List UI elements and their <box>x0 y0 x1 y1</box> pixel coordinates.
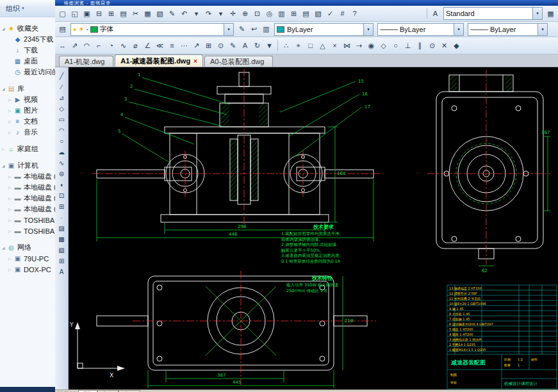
arc[interactable]: ◠ <box>56 125 67 135</box>
ordinate-dimension[interactable]: ⌐ <box>93 40 105 52</box>
snap-apparent-intersection[interactable]: ⋈ <box>341 40 353 52</box>
point[interactable]: ∙ <box>56 212 67 222</box>
explorer-nav-item[interactable]: ▦ 桌面 <box>0 56 55 67</box>
quick-dimension[interactable]: ≪ <box>154 40 166 52</box>
spline[interactable]: ∿ <box>56 158 67 168</box>
sheet-set-manager[interactable]: ▧ <box>312 8 324 20</box>
explorer-nav-item[interactable]: ▷ ▶ 视频 <box>0 94 55 105</box>
design-center[interactable]: ⊞ <box>288 8 300 20</box>
baseline-dimension[interactable]: ≡ <box>166 40 178 52</box>
angular-dimension[interactable]: ∠ <box>142 40 154 52</box>
layer-states[interactable]: ▥ <box>260 23 272 35</box>
zoom-window[interactable]: ⊡ <box>251 8 263 20</box>
match-properties[interactable]: ✎ <box>166 8 178 20</box>
expander-icon[interactable]: ▷ <box>8 119 13 124</box>
explorer-nav-item[interactable]: ▷ ⌂ 家庭组 <box>0 143 55 154</box>
osnap-settings[interactable]: ◆ <box>450 40 463 52</box>
explorer-nav-item[interactable]: ◆ 2345下载 <box>0 34 55 45</box>
center-mark[interactable]: ⊙ <box>215 40 227 52</box>
explorer-nav-item[interactable]: ▷ ▬ TOSHIBA (H:) <box>0 225 55 236</box>
explorer-nav-item[interactable]: ↓ 下载 <box>0 45 55 56</box>
jogged-dimension[interactable]: ∿ <box>117 40 129 52</box>
explorer-nav-item[interactable]: ◢ ★ 收藏夹 <box>0 23 55 34</box>
organize-button[interactable]: 组织 ▾ <box>3 3 28 15</box>
multiline-text[interactable]: A <box>56 266 67 277</box>
drawing-tab[interactable]: A0-总装配图.dwg <box>204 56 273 67</box>
explorer-nav-item[interactable]: ◷ 最近访问的位置 <box>0 67 55 78</box>
explorer-nav-item[interactable]: ▷ ▣ 图片 <box>0 105 55 116</box>
radius-dimension[interactable]: ◔ <box>105 40 117 52</box>
expander-icon[interactable]: ◢ <box>2 163 7 168</box>
chevron-down-icon[interactable]: ▾ <box>224 24 233 35</box>
expander-icon[interactable]: ▷ <box>8 185 13 190</box>
diameter-dimension[interactable]: ⌀ <box>129 40 142 52</box>
undo-list[interactable]: ▾ <box>190 8 202 20</box>
redo[interactable]: ↷ <box>202 8 215 20</box>
dimension-text-edit[interactable]: A <box>239 40 251 52</box>
explorer-nav-item[interactable]: ▷ ▬ 本地磁盘 (C:) <box>0 171 55 182</box>
expander-icon[interactable]: ◢ <box>2 86 7 91</box>
snap-perpendicular[interactable]: ⊥ <box>402 40 414 52</box>
close-icon[interactable]: × <box>193 58 197 65</box>
insert-block[interactable]: ⊡ <box>56 190 67 200</box>
hatch[interactable]: ▨ <box>56 223 67 233</box>
line[interactable]: ╱ <box>56 70 67 81</box>
snap-quadrant[interactable]: ◇ <box>377 40 390 52</box>
circle[interactable]: ○ <box>56 136 67 146</box>
text-style-combo[interactable]: Standard ▾ <box>443 7 543 20</box>
cut[interactable]: ✂ <box>129 8 142 20</box>
rectangle[interactable]: ▭ <box>56 114 67 124</box>
polyline[interactable]: ⊿ <box>56 92 67 102</box>
expander-icon[interactable]: ▷ <box>8 207 13 211</box>
expander-icon[interactable]: ▷ <box>8 196 13 200</box>
region[interactable]: ▧ <box>56 245 67 255</box>
open[interactable]: ◱ <box>69 8 81 20</box>
arc-length-dimension[interactable]: ◠ <box>81 40 93 52</box>
explorer-nav-item[interactable]: ▷ ▣ 79U-PC <box>0 253 55 264</box>
snap-tangent[interactable]: ○ <box>390 40 402 52</box>
polygon[interactable]: ◇ <box>56 103 67 113</box>
redo-list[interactable]: ▾ <box>215 8 227 20</box>
snap-intersection[interactable]: × <box>329 40 341 52</box>
layer-combo[interactable]: ● ☀ ▪ 字体 ▾ <box>70 23 234 36</box>
snap-from[interactable]: ⌖ <box>292 40 304 52</box>
dimension-style[interactable]: ▼ <box>263 40 275 52</box>
table-style-icon[interactable]: ▦ <box>545 8 557 20</box>
explorer-nav-item[interactable]: ▷ ▣ DOX-PC <box>0 264 55 275</box>
make-object-layer-current[interactable]: ✎ <box>236 23 248 35</box>
pan[interactable]: ✛ <box>227 8 239 20</box>
layer-properties-manager[interactable]: ▤ <box>56 23 69 35</box>
drawing-tab[interactable]: A1-减速器装配图.dwg × <box>115 54 203 67</box>
expander-icon[interactable]: ▷ <box>8 97 13 102</box>
plot[interactable]: ⊟ <box>93 8 105 20</box>
explorer-nav-item[interactable]: ▷ ♪ 音乐 <box>0 127 55 138</box>
copy[interactable]: ▦ <box>142 8 154 20</box>
plot-preview[interactable]: ⊞ <box>105 8 117 20</box>
explorer-nav-item[interactable]: ▷ ▬ 本地磁盘 (E:) <box>0 193 55 204</box>
dimension-update[interactable]: ↻ <box>251 40 263 52</box>
undo[interactable]: ↶ <box>178 8 190 20</box>
snap-endpoint[interactable]: □ <box>304 40 316 52</box>
explorer-nav-item[interactable]: ◢ ◎ 网络 <box>0 242 55 253</box>
make-block[interactable]: ⊞ <box>56 201 67 211</box>
revision-cloud[interactable]: ☁ <box>56 147 67 157</box>
expander-icon[interactable]: ▷ <box>8 218 13 222</box>
snap-midpoint[interactable]: △ <box>316 40 329 52</box>
chevron-down-icon[interactable]: ▾ <box>532 8 542 19</box>
expander-icon[interactable]: ▷ <box>8 267 13 272</box>
explorer-nav-item[interactable]: ◢ ▤ 库 <box>0 83 55 94</box>
snap-extension[interactable]: ⇢ <box>353 40 365 52</box>
explorer-nav-item[interactable]: ▷ ▬ 本地磁盘 (D:) <box>0 182 55 193</box>
layer-previous[interactable]: ↩ <box>248 23 260 35</box>
snap-nearest[interactable]: ✕ <box>438 40 450 52</box>
linear-dimension[interactable]: ↔ <box>56 40 69 52</box>
snap-center[interactable]: ◉ <box>365 40 377 52</box>
expander-icon[interactable]: ◢ <box>2 26 7 31</box>
chevron-down-icon[interactable]: ▾ <box>537 24 547 35</box>
expander-icon[interactable]: ▷ <box>8 229 13 233</box>
explorer-nav-item[interactable]: ▷ ▬ TOSHIBA (G:) <box>0 215 55 225</box>
ellipse-arc[interactable]: ◖ <box>56 179 67 190</box>
linetype-combo[interactable]: ——— ByLayer ▾ <box>377 23 464 36</box>
expander-icon[interactable]: ▷ <box>8 130 13 135</box>
chevron-down-icon[interactable]: ▾ <box>454 24 463 35</box>
